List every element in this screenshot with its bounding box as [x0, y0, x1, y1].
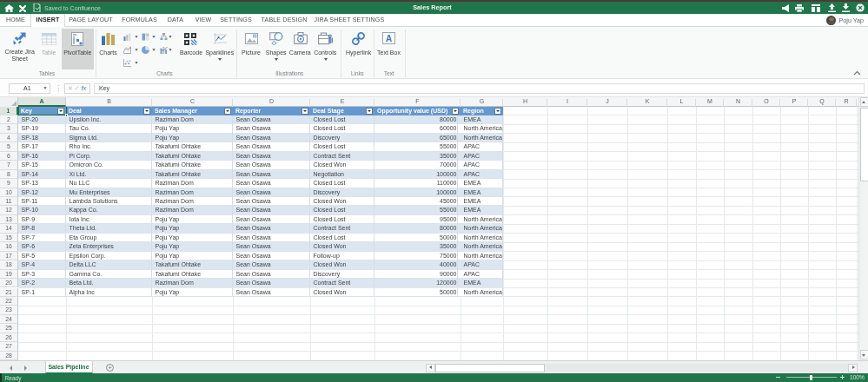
svg-text:A: A [386, 34, 392, 43]
